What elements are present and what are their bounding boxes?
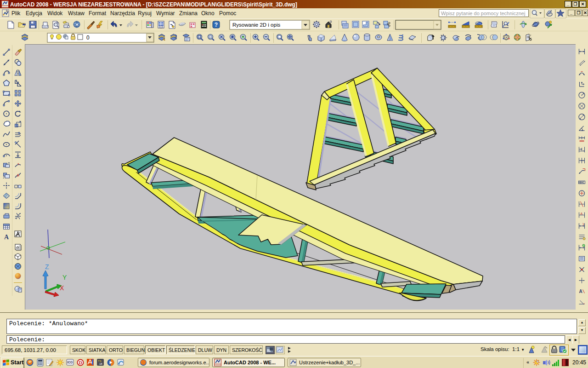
svg-text:Z: Z [45, 263, 49, 270]
svg-text:A: A [579, 289, 582, 294]
svg-text:0: 0 [527, 35, 529, 39]
svg-text:?: ? [215, 22, 218, 28]
svg-text:X: X [60, 284, 64, 292]
svg-text:A: A [581, 212, 583, 215]
svg-text:ICO: ICO [68, 361, 73, 364]
svg-text:0: 0 [86, 34, 90, 41]
svg-text:Rysowanie 2D i opis: Rysowanie 2D i opis [232, 22, 280, 28]
svg-text:18: 18 [99, 362, 102, 365]
svg-text:A: A [4, 234, 9, 241]
svg-text:D: D [79, 360, 82, 365]
svg-text:Y: Y [62, 274, 67, 281]
